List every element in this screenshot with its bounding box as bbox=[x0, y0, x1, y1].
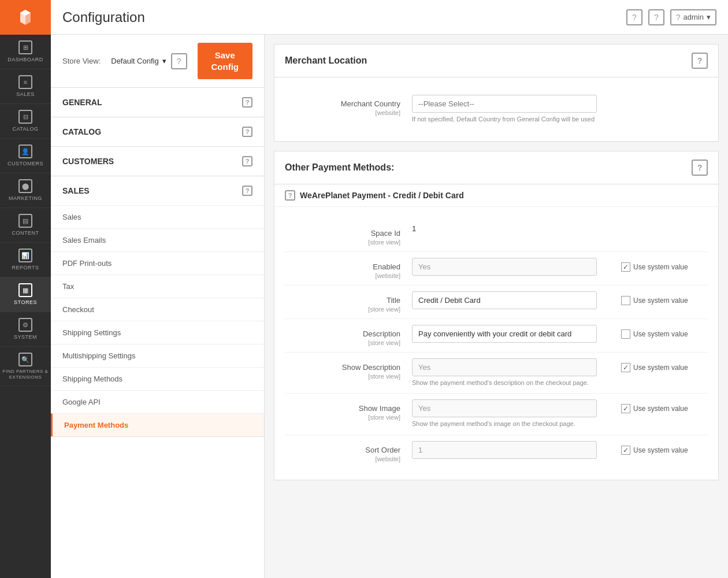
store-view-value: Default Config bbox=[111, 57, 158, 65]
nav-item-pdf-print-outs[interactable]: PDF Print-outs bbox=[51, 251, 264, 275]
wap-sub-title: WeArePlanet Payment - Credit / Debit Car… bbox=[300, 191, 464, 200]
wap-help-icon[interactable]: ? bbox=[285, 190, 295, 201]
title-system-checkbox[interactable] bbox=[621, 296, 630, 305]
nav-section-catalog: CATALOG ? bbox=[51, 117, 264, 147]
other-payment-header: Other Payment Methods: ? bbox=[274, 151, 718, 184]
left-nav: Store View: Default Config ▾ ? SaveConfi… bbox=[51, 35, 265, 578]
description-system-label: Use system value bbox=[633, 330, 688, 338]
show-description-control: Show the payment method's description on… bbox=[412, 358, 615, 387]
space-id-sub: [store view] bbox=[285, 239, 400, 246]
sort-order-system-col: ✓ Use system value bbox=[615, 441, 708, 455]
nav-header-label: SALES bbox=[62, 186, 90, 195]
sidebar-item-reports[interactable]: 📊 REPORTS bbox=[0, 243, 51, 277]
sort-order-input[interactable] bbox=[412, 441, 597, 459]
merchant-country-control: If not specified, Default Country from G… bbox=[412, 95, 708, 124]
nav-item-multishipping[interactable]: Multishipping Settings bbox=[51, 344, 264, 367]
store-view-help-icon[interactable]: ? bbox=[171, 53, 187, 69]
merchant-country-row: Merchant Country [website] If not specif… bbox=[285, 89, 708, 129]
other-payment-card: Other Payment Methods: ? ? WeArePlanet P… bbox=[274, 151, 719, 480]
admin-label: admin bbox=[684, 13, 704, 21]
content-area: Store View: Default Config ▾ ? SaveConfi… bbox=[51, 35, 728, 578]
show-description-input[interactable] bbox=[412, 358, 597, 376]
nav-header-sales[interactable]: SALES ? bbox=[51, 176, 264, 205]
sidebar-item-dashboard[interactable]: ⊞ DASHBOARD bbox=[0, 35, 51, 69]
sidebar-item-label: STORES bbox=[14, 299, 37, 306]
page-title: Configuration bbox=[62, 9, 145, 25]
nav-section-customers: CUSTOMERS ? bbox=[51, 147, 264, 176]
admin-dropdown-icon: ▾ bbox=[707, 13, 711, 21]
sidebar-item-system[interactable]: ⚙ SYSTEM bbox=[0, 312, 51, 347]
sidebar-item-label: CUSTOMERS bbox=[8, 161, 43, 167]
nav-help-icon: ? bbox=[242, 186, 252, 196]
sort-order-system-checkbox[interactable]: ✓ bbox=[621, 446, 630, 455]
save-config-button[interactable]: SaveConfig bbox=[198, 43, 252, 79]
nav-header-general[interactable]: GENERAL ? bbox=[51, 88, 264, 117]
help-icon-2[interactable]: ? bbox=[648, 9, 664, 25]
show-image-label-col: Show Image [store view] bbox=[285, 399, 412, 421]
show-image-system-checkbox[interactable]: ✓ bbox=[621, 404, 630, 413]
description-system-col: Use system value bbox=[615, 325, 708, 339]
help-icon-1[interactable]: ? bbox=[626, 9, 642, 25]
sidebar: ⊞ DASHBOARD ≡ SALES ⊟ CATALOG 👤 CUSTOMER… bbox=[0, 0, 51, 578]
wap-body: Space Id [store view] 1 Enabled [web bbox=[274, 207, 718, 479]
other-payment-help-icon[interactable]: ? bbox=[692, 160, 708, 176]
right-panel: Merchant Location ? Merchant Country [we… bbox=[265, 35, 728, 578]
merchant-location-header: Merchant Location ? bbox=[274, 45, 718, 77]
nav-item-checkout[interactable]: Checkout bbox=[51, 298, 264, 321]
nav-header-customers[interactable]: CUSTOMERS ? bbox=[51, 147, 264, 176]
store-view-select[interactable]: Default Config ▾ bbox=[111, 57, 166, 65]
show-description-system-checkbox[interactable]: ✓ bbox=[621, 363, 630, 372]
nav-help-icon: ? bbox=[242, 127, 252, 137]
sidebar-item-find[interactable]: 🔍 FIND PARTNERS & EXTENSIONS bbox=[0, 347, 51, 386]
logo[interactable] bbox=[0, 0, 51, 35]
sidebar-item-catalog[interactable]: ⊟ CATALOG bbox=[0, 104, 51, 139]
enabled-input[interactable] bbox=[412, 258, 597, 276]
show-image-system-col: ✓ Use system value bbox=[615, 399, 708, 413]
enabled-label-col: Enabled [website] bbox=[285, 258, 412, 279]
sort-order-label-col: Sort Order [website] bbox=[285, 441, 412, 462]
merchant-country-input[interactable] bbox=[412, 95, 597, 113]
nav-help-icon: ? bbox=[242, 156, 252, 166]
merchant-country-hint: If not specified, Default Country from G… bbox=[412, 115, 643, 124]
marketing-icon: ⬤ bbox=[18, 179, 32, 193]
nav-item-shipping-settings[interactable]: Shipping Settings bbox=[51, 321, 264, 344]
admin-menu[interactable]: ? admin ▾ bbox=[670, 9, 716, 25]
enabled-system-col: ✓ Use system value bbox=[615, 258, 708, 272]
show-image-control: Show the payment method's image on the c… bbox=[412, 399, 615, 428]
sidebar-item-marketing[interactable]: ⬤ MARKETING bbox=[0, 173, 51, 208]
title-label-col: Title [store view] bbox=[285, 291, 412, 313]
merchant-location-help-icon[interactable]: ? bbox=[692, 53, 708, 69]
nav-item-payment-methods[interactable]: Payment Methods bbox=[51, 413, 264, 436]
description-system-checkbox[interactable] bbox=[621, 329, 630, 339]
sidebar-item-label: FIND PARTNERS & EXTENSIONS bbox=[2, 369, 49, 380]
nav-item-sales[interactable]: Sales bbox=[51, 205, 264, 228]
other-payment-title: Other Payment Methods: bbox=[285, 162, 394, 173]
show-image-label: Show Image bbox=[285, 404, 400, 414]
merchant-location-title: Merchant Location bbox=[285, 55, 367, 66]
admin-help-icon: ? bbox=[676, 13, 681, 22]
nav-item-shipping-methods[interactable]: Shipping Methods bbox=[51, 367, 264, 390]
header-actions: ? ? ? admin ▾ bbox=[626, 9, 716, 25]
description-row: Description [store view] Use system valu… bbox=[285, 319, 708, 353]
nav-item-tax[interactable]: Tax bbox=[51, 275, 264, 298]
nav-header-catalog[interactable]: CATALOG ? bbox=[51, 117, 264, 146]
store-view-dropdown-icon: ▾ bbox=[162, 57, 166, 65]
nav-header-label: GENERAL bbox=[62, 98, 102, 107]
sidebar-item-customers[interactable]: 👤 CUSTOMERS bbox=[0, 139, 51, 173]
title-input[interactable] bbox=[412, 291, 597, 309]
show-image-input[interactable] bbox=[412, 399, 597, 417]
title-label: Title bbox=[285, 296, 400, 306]
sidebar-item-stores[interactable]: ▦ STORES bbox=[0, 277, 51, 312]
description-input[interactable] bbox=[412, 325, 597, 343]
enabled-system-checkbox[interactable]: ✓ bbox=[621, 262, 630, 272]
main-area: Configuration ? ? ? admin ▾ Store View: … bbox=[51, 0, 728, 578]
sidebar-item-content[interactable]: ▤ CONTENT bbox=[0, 208, 51, 243]
store-view-label: Store View: bbox=[62, 57, 101, 65]
nav-item-google-api[interactable]: Google API bbox=[51, 390, 264, 413]
enabled-control bbox=[412, 258, 615, 276]
title-sub: [store view] bbox=[285, 306, 400, 313]
nav-item-sales-emails[interactable]: Sales Emails bbox=[51, 228, 264, 251]
sidebar-item-sales[interactable]: ≡ SALES bbox=[0, 69, 51, 104]
catalog-icon: ⊟ bbox=[18, 110, 32, 124]
enabled-system-label: Use system value bbox=[633, 263, 688, 271]
